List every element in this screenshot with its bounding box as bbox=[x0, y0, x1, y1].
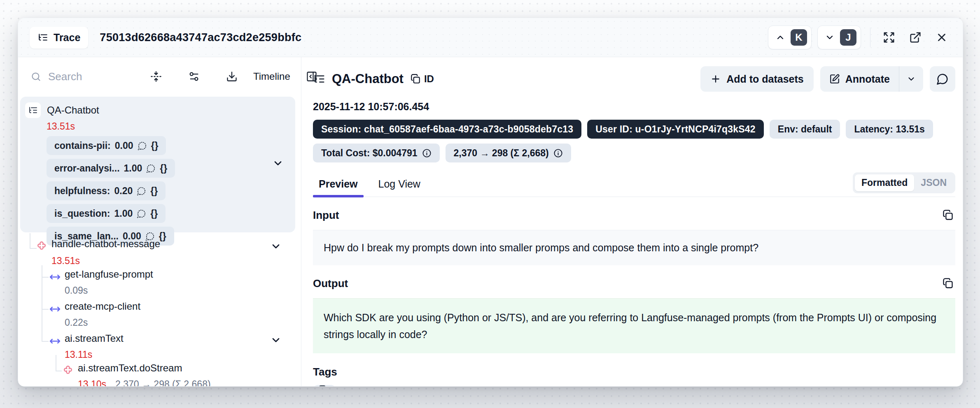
chevron-up-icon bbox=[775, 32, 785, 42]
total-cost-badge: Total Cost: $0.004791 bbox=[313, 144, 440, 162]
tree-node-name[interactable]: handle-chatbot-message bbox=[51, 238, 160, 250]
topbar-actions: K J bbox=[768, 26, 951, 49]
tree-node-name[interactable]: create-mcp-client bbox=[65, 301, 140, 312]
plus-icon bbox=[710, 74, 721, 84]
external-link-icon bbox=[909, 31, 922, 44]
user-id-badge[interactable]: User ID: u-O1rJy-YrtNCP4i7q3kS42 bbox=[587, 120, 764, 139]
next-trace-button[interactable]: J bbox=[817, 26, 861, 49]
score-braces: {} bbox=[151, 140, 159, 151]
tree-connector bbox=[42, 277, 49, 278]
agent-icon bbox=[35, 241, 48, 253]
shortcut-key-k: K bbox=[791, 29, 807, 46]
tree-node-duration: 0.09s bbox=[65, 285, 88, 296]
trace-node-icon bbox=[25, 102, 41, 118]
latency-badge: Latency: 13.51s bbox=[846, 120, 933, 139]
tree-node-duration: 13.51s bbox=[47, 121, 295, 132]
score-badge[interactable]: is_question: 1.00 {} bbox=[47, 204, 166, 223]
collapse-node-chevron[interactable] bbox=[272, 158, 284, 169]
tree-node-duration: 0.22s bbox=[65, 317, 88, 328]
output-content: Which SDK are you using (Python or JS/TS… bbox=[313, 298, 955, 353]
score-badge[interactable]: contains-pii: 0.00 {} bbox=[47, 136, 166, 155]
window-topbar: Trace 75013d62668a43747ac73cd2e259bbfc K… bbox=[18, 18, 963, 57]
session-badge[interactable]: Session: chat_60587aef-6baa-4973-a73c-b9… bbox=[313, 120, 581, 139]
search-icon bbox=[30, 71, 42, 82]
token-usage-badge: 2,370 → 298 (Σ 2,668) bbox=[446, 144, 571, 162]
format-option-formatted[interactable]: Formatted bbox=[855, 174, 914, 191]
search-field[interactable] bbox=[30, 70, 147, 83]
add-tag-button[interactable] bbox=[313, 385, 336, 387]
tree-node-name[interactable]: ai.streamText bbox=[65, 333, 124, 344]
annotate-button[interactable]: Annotate bbox=[820, 66, 899, 92]
copy-icon bbox=[410, 74, 421, 84]
open-in-new-tab-button[interactable] bbox=[906, 28, 925, 47]
tree-node-root-selected[interactable]: QA-Chatbot 13.51s contains-pii: 0.00 {} … bbox=[20, 97, 295, 232]
comment-bubble-icon bbox=[137, 209, 146, 218]
trace-tree: QA-Chatbot 13.51s contains-pii: 0.00 {} … bbox=[18, 96, 301, 386]
close-icon bbox=[936, 31, 948, 44]
copy-input-button[interactable] bbox=[940, 208, 955, 223]
copy-id-button[interactable]: ID bbox=[410, 73, 434, 85]
expand-fullscreen-button[interactable] bbox=[880, 28, 898, 47]
tree-node-name[interactable]: ai.streamText.doStream bbox=[78, 362, 182, 374]
tree-node-name: QA-Chatbot bbox=[47, 104, 99, 116]
add-to-datasets-button[interactable]: Add to datasets bbox=[700, 66, 814, 92]
search-input[interactable] bbox=[48, 70, 147, 83]
copy-id-label: ID bbox=[424, 73, 434, 85]
copy-output-button[interactable] bbox=[940, 276, 955, 291]
input-section-header: Input bbox=[313, 208, 955, 223]
info-icon[interactable] bbox=[422, 148, 432, 158]
score-badge-list: contains-pii: 0.00 {} error-analysi... 1… bbox=[47, 136, 295, 246]
tree-node-duration: 13.51s bbox=[51, 255, 80, 267]
annotate-dropdown-button[interactable] bbox=[899, 66, 923, 92]
timeline-toggle[interactable]: Timeline bbox=[253, 71, 290, 82]
agent-icon bbox=[62, 365, 74, 377]
download-icon[interactable] bbox=[223, 67, 241, 86]
tree-node-name[interactable]: get-langfuse-prompt bbox=[65, 269, 153, 280]
span-icon bbox=[49, 271, 61, 283]
info-icon[interactable] bbox=[553, 148, 563, 158]
metadata-badges-row: Session: chat_60587aef-6baa-4973-a73c-b9… bbox=[313, 120, 955, 139]
input-section-title: Input bbox=[313, 209, 339, 222]
tree-connector bbox=[56, 355, 56, 371]
chevron-down-icon bbox=[907, 74, 916, 83]
span-icon bbox=[49, 304, 61, 315]
annotate-split-button: Annotate bbox=[820, 66, 923, 92]
span-icon bbox=[49, 336, 61, 347]
format-option-json[interactable]: JSON bbox=[914, 174, 953, 191]
trace-id: 75013d62668a43747ac73cd2e259bbfc bbox=[100, 31, 301, 44]
total-cost-label: Total Cost: $0.004791 bbox=[321, 148, 418, 159]
collapse-node-chevron[interactable] bbox=[270, 241, 282, 252]
annotate-label: Annotate bbox=[845, 73, 890, 85]
topbar-divider bbox=[870, 28, 870, 47]
score-value: 0.00 bbox=[115, 140, 133, 151]
tree-connector bbox=[42, 341, 49, 342]
previous-trace-button[interactable]: K bbox=[768, 26, 812, 49]
token-usage-label: 2,370 → 298 (Σ 2,668) bbox=[454, 148, 549, 159]
chevron-down-icon bbox=[825, 32, 835, 42]
collapse-all-icon[interactable] bbox=[147, 67, 165, 86]
tag-icon bbox=[319, 385, 330, 387]
score-braces: {} bbox=[150, 208, 158, 219]
score-value: 0.20 bbox=[114, 185, 133, 197]
add-to-datasets-label: Add to datasets bbox=[726, 73, 804, 85]
score-name: error-analysi... bbox=[54, 163, 120, 174]
trace-tree-icon bbox=[313, 73, 325, 85]
score-badge[interactable]: error-analysi... 1.00 {} bbox=[47, 159, 175, 178]
tree-settings-icon[interactable] bbox=[185, 67, 203, 86]
close-button[interactable] bbox=[932, 28, 951, 47]
cost-badges-row: Total Cost: $0.004791 2,370 → 298 (Σ 2,6… bbox=[313, 144, 955, 162]
score-badge[interactable]: helpfulness: 0.20 {} bbox=[47, 181, 166, 200]
collapse-node-chevron[interactable] bbox=[270, 334, 282, 346]
score-braces: {} bbox=[160, 163, 167, 174]
tree-connector bbox=[30, 233, 30, 249]
tab-log-view[interactable]: Log View bbox=[373, 178, 426, 197]
tree-node-duration: 13.10s bbox=[78, 379, 106, 387]
comments-button[interactable] bbox=[930, 66, 955, 92]
comment-bubble-icon bbox=[137, 186, 146, 196]
tree-connector bbox=[56, 371, 62, 371]
score-name: helpfulness: bbox=[54, 185, 110, 197]
tab-preview[interactable]: Preview bbox=[313, 178, 364, 197]
view-tabs: Preview Log View Formatted JSON bbox=[313, 172, 955, 197]
trace-type-label: Trace bbox=[54, 32, 80, 44]
score-value: 1.00 bbox=[124, 163, 142, 174]
